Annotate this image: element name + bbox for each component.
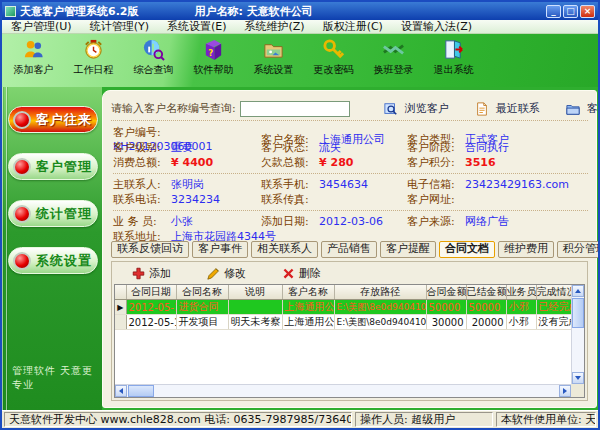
field-total-arrears: 欠款总额:¥ 280 — [261, 155, 407, 170]
col-settled-amount[interactable]: 已结金额 — [466, 285, 506, 300]
table-row[interactable]: ▶ 2012-05-16 进货合同 上海通用公司 E:\美图\8e0d94041… — [115, 300, 577, 315]
field-customer-website: 客户网址: — [407, 192, 588, 207]
dotted-divider — [113, 173, 588, 174]
add-record-button[interactable]: 添加 — [132, 266, 171, 281]
link-customer-management[interactable]: 客户管理 — [562, 101, 600, 116]
link-recent-contacts[interactable]: 最近联系 — [471, 101, 540, 116]
col-customer-name[interactable]: 客户名称 — [282, 285, 334, 300]
comprehensive-query-icon — [142, 38, 165, 61]
red-sphere-icon — [13, 252, 31, 270]
window-user-label: 用户名称: 天意软件公司 — [195, 4, 313, 19]
col-agent[interactable]: 业务员 — [506, 285, 536, 300]
query-bar: 请输入客户名称编号查询: 浏览客户 最近联系 客户管理 添加客户 — [111, 97, 588, 121]
toolbar-label: 工作日程 — [74, 63, 114, 77]
window-controls: _ □ × — [546, 5, 595, 18]
scroll-right-icon[interactable] — [559, 385, 571, 397]
scroll-up-icon[interactable] — [572, 285, 584, 297]
col-selector — [115, 285, 126, 300]
tab-contact-feedback[interactable]: 联系反馈回访 — [111, 241, 189, 258]
table-header-row: 合同日期 合同名称 说明 客户名称 存放路径 合同金额 已结金额 业务员 完成情… — [115, 285, 577, 300]
tab-related-contacts[interactable]: 相关联系人 — [251, 241, 318, 258]
col-storage-path[interactable]: 存放路径 — [334, 285, 426, 300]
toolbar-label: 系统设置 — [254, 63, 294, 77]
toolbar-label: 添加客户 — [14, 63, 54, 77]
status-license-unit: 本软件使用单位: 天意软件公司 — [496, 412, 596, 427]
menu-copyright-registration[interactable]: 版权注册(C) — [314, 20, 392, 33]
field-customer-points: 客户积分:3516 — [407, 155, 588, 170]
tab-maintenance-fees[interactable]: 维护费用 — [498, 241, 554, 258]
sidebar-item-system-settings[interactable]: 系统设置 — [8, 247, 98, 274]
toolbar-label: 退出系统 — [434, 63, 474, 77]
scroll-left-icon[interactable] — [115, 385, 127, 397]
toolbar-label: 综合查询 — [134, 63, 174, 77]
sidebar-item-label: 客户往来 — [36, 111, 92, 129]
col-note[interactable]: 说明 — [228, 285, 282, 300]
link-browse-customers[interactable]: 浏览客户 — [380, 101, 449, 116]
vertical-scrollbar[interactable] — [571, 285, 584, 384]
tab-product-sales[interactable]: 产品销售 — [321, 241, 377, 258]
sidebar-item-customer-contacts[interactable]: 客户往来 — [8, 106, 98, 133]
detail-tabs: 联系反馈回访 客户事件 相关联系人 产品销售 客户提醒 合同文档 维护费用 积分… — [111, 241, 588, 258]
recent-contacts-icon — [475, 102, 489, 116]
sidebar-item-customer-management[interactable]: 客户管理 — [8, 153, 98, 180]
customer-details: 客户编号:KH201203060001 客户名称:上海通用公司 客户类型:正式客… — [113, 125, 588, 244]
table-row[interactable]: 2012-05-11 开发项目 明天未考察 上海通用公司 E:\美图\8e0d9… — [115, 315, 577, 330]
details-row: 主联系人:张明岗 联系手机:3454634 电子信箱:23423429163.c… — [113, 177, 588, 192]
field-contact-phone: 联系电话:3234234 — [113, 192, 261, 207]
menu-input-method[interactable]: 设置输入法(Z) — [392, 20, 481, 33]
toolbar-button-comprehensive-query[interactable]: 综合查询 — [130, 38, 177, 77]
toolbar-button-software-help[interactable]: ? 软件帮助 — [190, 38, 237, 77]
customer-management-icon — [566, 102, 580, 116]
scroll-down-icon[interactable] — [572, 372, 584, 384]
link-label: 最近联系 — [496, 101, 540, 116]
vertical-scroll-thumb[interactable] — [572, 298, 584, 328]
horizontal-scrollbar[interactable] — [115, 384, 571, 397]
field-customer-stage: 客户阶段:合同执行 — [407, 140, 588, 155]
field-salesperson: 业 务 员:小张 — [113, 214, 261, 229]
horizontal-scroll-thumb[interactable] — [128, 385, 154, 397]
tab-customer-reminders[interactable]: 客户提醒 — [380, 241, 436, 258]
toolbar-button-exit-system[interactable]: 退出系统 — [430, 38, 477, 77]
toolbar-button-change-password[interactable]: 更改密码 — [310, 38, 357, 77]
action-label: 添加 — [149, 266, 171, 281]
record-actions: 添加 修改 删除 — [112, 262, 587, 284]
add-icon — [132, 267, 145, 280]
shift-login-icon — [382, 38, 405, 61]
svg-text:?: ? — [208, 48, 213, 58]
change-password-icon — [322, 38, 345, 61]
minimize-button[interactable]: _ — [546, 5, 561, 18]
field-add-date: 添加日期:2012-03-06 — [261, 214, 407, 229]
toolbar-button-add-customer[interactable]: 添加客户 — [10, 38, 57, 77]
main-panel: 请输入客户名称编号查询: 浏览客户 最近联系 客户管理 添加客户 — [102, 90, 597, 408]
delete-x-icon — [282, 267, 295, 280]
col-contract-name[interactable]: 合同名称 — [176, 285, 228, 300]
close-button[interactable]: × — [580, 5, 595, 18]
app-icon — [5, 6, 16, 17]
details-row: 客户编号:KH201203060001 客户名称:上海通用公司 客户类型:正式客… — [113, 125, 588, 140]
tab-contract-documents[interactable]: 合同文档 — [439, 241, 495, 258]
toolbar-button-shift-login[interactable]: 换班登录 — [370, 38, 417, 77]
body-area: 客户往来 客户管理 统计管理 系统设置 管理软件 天意更专业 请输入客户名称编号… — [2, 87, 598, 410]
toolbar-button-system-settings[interactable]: 系统设置 — [250, 38, 297, 77]
menu-customer-management[interactable]: 客户管理(U) — [2, 20, 81, 33]
edit-record-button[interactable]: 修改 — [207, 266, 246, 281]
col-contract-date[interactable]: 合同日期 — [126, 285, 176, 300]
tab-customer-events[interactable]: 客户事件 — [192, 241, 248, 258]
maximize-button[interactable]: □ — [563, 5, 578, 18]
status-operator: 操作人员: 超级用户 — [355, 412, 493, 427]
system-settings-icon — [262, 38, 285, 61]
toolbar-label: 更改密码 — [314, 63, 354, 77]
sidebar-item-statistics-management[interactable]: 统计管理 — [8, 200, 98, 227]
menu-system-settings[interactable]: 系统设置(E) — [158, 20, 236, 33]
col-contract-amount[interactable]: 合同金额 — [426, 285, 466, 300]
customer-search-input[interactable] — [240, 101, 350, 117]
sidebar-item-label: 统计管理 — [36, 205, 92, 223]
menu-bar: 客户管理(U) 统计管理(Y) 系统设置(E) 系统维护(Z) 版权注册(C) … — [2, 20, 598, 34]
delete-record-button[interactable]: 删除 — [282, 266, 321, 281]
tab-points-management[interactable]: 积分管理 — [557, 241, 600, 258]
toolbar-button-work-schedule[interactable]: 工作日程 — [70, 38, 117, 77]
menu-system-maintenance[interactable]: 系统维护(Z) — [236, 20, 314, 33]
menu-statistics-management[interactable]: 统计管理(Y) — [81, 20, 158, 33]
field-customer-status: 客户状态:流失 — [261, 140, 407, 155]
edit-pencil-icon — [207, 267, 220, 280]
